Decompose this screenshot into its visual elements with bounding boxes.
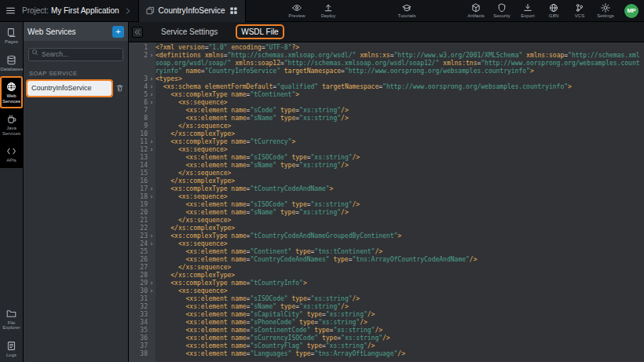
trash-icon[interactable] [115,83,124,93]
code-text: <xs:element name="sISOCode" type="xs:str… [156,295,644,303]
fold-icon[interactable]: › [148,232,156,240]
line-number: 30 [129,287,148,295]
line-number: 1 [129,44,148,52]
sidebar-item-databases[interactable]: Databases [0,49,23,77]
fold-icon [148,107,156,115]
code-line: 27 </xs:sequence> [129,264,644,272]
grid-icon[interactable] [229,6,238,15]
code-line: 17› <xs:complexType name="tCountryCodeAn… [129,185,644,193]
collapse-panel-icon[interactable] [132,27,143,38]
fold-icon [148,319,156,327]
fold-icon[interactable]: › [148,138,156,146]
topbar-button-security[interactable]: Security [492,3,511,18]
code-line: 4› <xs:schema elementFormDefault="qualif… [129,83,644,91]
menu-icon[interactable] [0,0,20,21]
sidebar-item-web-services[interactable]: Web Services [0,76,23,108]
line-number: 35 [129,327,148,335]
doc-tab-countryinfoservice[interactable]: CountryInfoService [138,0,246,22]
tab-wsdl-file[interactable]: WSDL File [229,22,290,42]
line-number: 5 [129,91,148,99]
code-text: <xs:sequence> [156,99,644,107]
code-line: 26 <xs:element name="CountryCodeAndNames… [129,256,644,264]
search-input[interactable] [28,48,123,61]
fold-icon[interactable]: › [148,185,156,193]
topbar-button-label: Deploy [321,13,336,18]
sidebar-item-label: APIs [6,158,16,163]
code-line: 22 </xs:complexType> [129,225,644,232]
line-number: 37 [129,342,148,350]
fold-icon[interactable]: › [148,193,156,201]
chevron-right-icon[interactable] [124,7,132,15]
fold-icon[interactable]: › [148,52,156,75]
databases-icon [6,55,16,65]
code-line: 24› <xs:sequence> [129,240,644,248]
fold-icon[interactable]: › [148,287,156,295]
code-text: <xs:element name="sName" type="xs:string… [156,162,644,170]
topbar-button-export[interactable]: Export [518,3,537,18]
panel-title: Web Services [27,27,108,36]
topbar-button-label: Settings [597,13,614,18]
sidebar-item-label: File Explorer [1,320,23,331]
code-text: </xs:sequence> [156,122,644,130]
code-line: 38 <xs:element name="Languages" type="tn… [129,350,644,358]
code-text: <xs:element name="sCurrencyISOCode" type… [156,335,644,342]
code-text: </xs:sequence> [156,170,644,177]
fold-icon [148,272,156,280]
code-text: <xs:element name="sCode" type="xs:string… [156,107,644,115]
line-number: 38 [129,350,148,358]
code-line: 7 <xs:element name="sCode" type="xs:stri… [129,107,644,115]
fold-icon [148,303,156,311]
artifacts-icon [471,3,481,13]
topbar-button-preview[interactable]: Preview [287,3,306,18]
topbar-button-artifacts[interactable]: Artifacts [467,3,485,18]
sidebar-item-logs[interactable]: Logs [0,335,23,362]
code-line: 16 </xs:complexType> [129,177,644,185]
sidebar-item-label: Logs [6,353,16,358]
code-text: <?xml version="1.0" encoding="UTF-8"?> [156,44,644,52]
code-line: 5› <xs:complexType name="tContinent"> [129,91,644,99]
fold-icon [148,130,156,138]
topbar-button-settings[interactable]: Settings [596,3,615,18]
avatar[interactable]: MP [624,4,639,18]
topbar-button-label: Artifacts [467,13,485,18]
code-text: <xs:sequence> [156,146,644,154]
line-number: 31 [129,295,148,303]
fold-icon[interactable]: › [148,146,156,154]
code-text: </xs:sequence> [156,264,644,272]
tutorials-icon [402,3,412,13]
line-number: 12 [129,146,148,154]
fold-icon[interactable]: › [148,99,156,107]
line-number: 32 [129,303,148,311]
apis-icon [6,146,16,156]
preview-icon [292,3,302,13]
fold-icon[interactable]: › [148,280,156,287]
sidebar-item-java-services[interactable]: Java Services [0,108,23,141]
left-sidebar: PagesDatabasesWeb ServicesJava ServicesA… [0,22,24,362]
code-line: 19 <xs:element name="sISOCode" type="xs:… [129,201,644,209]
sidebar-item-apis[interactable]: APIs [0,141,23,168]
service-item-countryinfoservice[interactable]: CountryInfoService [27,81,112,96]
fold-icon[interactable]: › [148,83,156,91]
fold-icon[interactable]: › [148,75,156,83]
fold-icon[interactable]: › [148,91,156,99]
code-text: <xs:complexType name="tContinent"> [156,91,644,99]
code-editor[interactable]: 1<?xml version="1.0" encoding="UTF-8"?>2… [129,42,644,362]
add-service-button[interactable]: + [112,26,124,38]
fold-icon [148,115,156,122]
topbar-button-i18n[interactable]: I18N [544,3,563,18]
code-text: <xs:element name="sName" type="xs:string… [156,209,644,217]
tab-service-settings[interactable]: Service Settings [149,22,229,42]
topbar-button-tutorials[interactable]: Tutorials [397,3,416,18]
fold-icon [148,201,156,209]
web-services-panel: Web Services + SOAP SERVICE CountryInfoS… [24,22,129,362]
topbar-button-label: Preview [288,13,305,18]
topbar-button-vcs[interactable]: VCS [570,3,589,18]
sidebar-item-pages[interactable]: Pages [0,22,23,49]
code-text: <xs:complexType name="tCountryCodeAndNam… [156,185,644,193]
fold-icon[interactable]: › [148,240,156,248]
sidebar-item-file-explorer[interactable]: File Explorer [0,303,23,335]
code-text: <xs:complexType name="tCountryCodeAndNam… [156,232,644,240]
code-line: 3›<types> [129,75,644,83]
line-number: 6 [129,99,148,107]
topbar-button-deploy[interactable]: Deploy [319,3,338,18]
